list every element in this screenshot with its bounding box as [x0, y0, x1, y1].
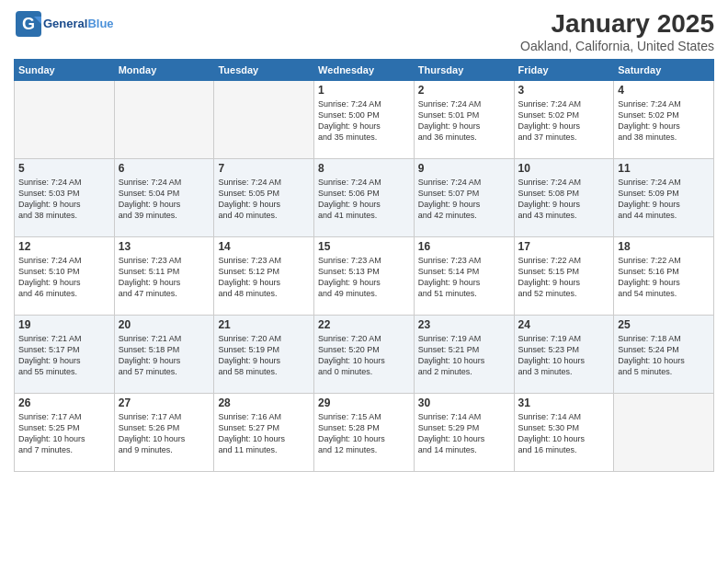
header-tuesday: Tuesday [214, 60, 314, 81]
logo-text: GeneralBlue [43, 17, 114, 31]
day-info: Sunrise: 7:16 AM Sunset: 5:27 PM Dayligh… [218, 411, 310, 456]
day-info: Sunrise: 7:24 AM Sunset: 5:02 PM Dayligh… [618, 98, 710, 144]
day-info: Sunrise: 7:18 AM Sunset: 5:24 PM Dayligh… [618, 333, 710, 378]
week-row-3: 12Sunrise: 7:24 AM Sunset: 5:10 PM Dayli… [15, 237, 714, 316]
calendar-cell: 7Sunrise: 7:24 AM Sunset: 5:05 PM Daylig… [214, 159, 314, 237]
calendar-cell: 10Sunrise: 7:24 AM Sunset: 5:08 PM Dayli… [514, 159, 614, 237]
day-info: Sunrise: 7:23 AM Sunset: 5:12 PM Dayligh… [218, 255, 310, 300]
day-info: Sunrise: 7:23 AM Sunset: 5:14 PM Dayligh… [418, 255, 510, 300]
day-info: Sunrise: 7:24 AM Sunset: 5:09 PM Dayligh… [618, 177, 710, 222]
calendar-cell: 5Sunrise: 7:24 AM Sunset: 5:03 PM Daylig… [15, 159, 115, 237]
calendar-cell: 13Sunrise: 7:23 AM Sunset: 5:11 PM Dayli… [114, 237, 214, 316]
page-container: G GeneralBlue January 2025 Oakland, Cali… [0, 0, 728, 563]
day-number: 29 [318, 396, 410, 409]
calendar-title: January 2025 [520, 9, 714, 39]
day-number: 20 [119, 318, 210, 331]
calendar-cell: 9Sunrise: 7:24 AM Sunset: 5:07 PM Daylig… [414, 159, 514, 237]
calendar-cell: 28Sunrise: 7:16 AM Sunset: 5:27 PM Dayli… [214, 394, 314, 472]
day-info: Sunrise: 7:24 AM Sunset: 5:05 PM Dayligh… [218, 177, 310, 222]
day-info: Sunrise: 7:24 AM Sunset: 5:02 PM Dayligh… [518, 98, 610, 144]
day-info: Sunrise: 7:22 AM Sunset: 5:15 PM Dayligh… [518, 255, 610, 300]
calendar-cell: 2Sunrise: 7:24 AM Sunset: 5:01 PM Daylig… [414, 81, 514, 159]
calendar-cell: 30Sunrise: 7:14 AM Sunset: 5:29 PM Dayli… [414, 394, 514, 472]
day-number: 16 [418, 240, 510, 253]
day-number: 2 [418, 84, 510, 97]
logo-icon: G [14, 9, 43, 39]
calendar-cell: 20Sunrise: 7:21 AM Sunset: 5:18 PM Dayli… [114, 316, 214, 394]
calendar-cell: 27Sunrise: 7:17 AM Sunset: 5:26 PM Dayli… [114, 394, 214, 472]
calendar-cell: 6Sunrise: 7:24 AM Sunset: 5:04 PM Daylig… [114, 159, 214, 237]
calendar-cell: 17Sunrise: 7:22 AM Sunset: 5:15 PM Dayli… [514, 237, 614, 316]
day-info: Sunrise: 7:14 AM Sunset: 5:29 PM Dayligh… [418, 411, 510, 456]
day-number: 7 [218, 162, 310, 175]
header-wednesday: Wednesday [314, 60, 415, 81]
calendar-cell: 19Sunrise: 7:21 AM Sunset: 5:17 PM Dayli… [15, 316, 115, 394]
day-info: Sunrise: 7:24 AM Sunset: 5:06 PM Dayligh… [318, 177, 410, 222]
day-info: Sunrise: 7:24 AM Sunset: 5:03 PM Dayligh… [18, 177, 110, 222]
day-number: 28 [218, 396, 310, 409]
day-number: 24 [518, 318, 610, 331]
day-number: 9 [418, 162, 510, 175]
day-number: 4 [618, 84, 710, 97]
day-number: 15 [318, 240, 410, 253]
day-number: 17 [518, 240, 610, 253]
day-number: 27 [119, 396, 210, 409]
day-info: Sunrise: 7:14 AM Sunset: 5:30 PM Dayligh… [518, 411, 610, 456]
day-number: 25 [618, 318, 710, 331]
day-info: Sunrise: 7:24 AM Sunset: 5:01 PM Dayligh… [418, 98, 510, 144]
calendar-cell: 26Sunrise: 7:17 AM Sunset: 5:25 PM Dayli… [15, 394, 115, 472]
day-info: Sunrise: 7:24 AM Sunset: 5:07 PM Dayligh… [418, 177, 510, 222]
day-number: 13 [119, 240, 210, 253]
week-row-4: 19Sunrise: 7:21 AM Sunset: 5:17 PM Dayli… [15, 316, 714, 394]
day-info: Sunrise: 7:19 AM Sunset: 5:23 PM Dayligh… [518, 333, 610, 378]
day-info: Sunrise: 7:15 AM Sunset: 5:28 PM Dayligh… [318, 411, 410, 456]
calendar-cell: 14Sunrise: 7:23 AM Sunset: 5:12 PM Dayli… [214, 237, 314, 316]
calendar-cell: 18Sunrise: 7:22 AM Sunset: 5:16 PM Dayli… [614, 237, 714, 316]
calendar-cell: 21Sunrise: 7:20 AM Sunset: 5:19 PM Dayli… [214, 316, 314, 394]
calendar-cell: 16Sunrise: 7:23 AM Sunset: 5:14 PM Dayli… [414, 237, 514, 316]
day-info: Sunrise: 7:21 AM Sunset: 5:18 PM Dayligh… [119, 333, 210, 378]
calendar-cell: 4Sunrise: 7:24 AM Sunset: 5:02 PM Daylig… [614, 81, 714, 159]
day-number: 31 [518, 396, 610, 409]
day-info: Sunrise: 7:20 AM Sunset: 5:19 PM Dayligh… [218, 333, 310, 378]
day-info: Sunrise: 7:19 AM Sunset: 5:21 PM Dayligh… [418, 333, 510, 378]
week-row-2: 5Sunrise: 7:24 AM Sunset: 5:03 PM Daylig… [15, 159, 714, 237]
header-friday: Friday [514, 60, 614, 81]
calendar-cell: 31Sunrise: 7:14 AM Sunset: 5:30 PM Dayli… [514, 394, 614, 472]
day-number: 18 [618, 240, 710, 253]
week-row-1: 1Sunrise: 7:24 AM Sunset: 5:00 PM Daylig… [15, 81, 714, 159]
day-number: 6 [119, 162, 210, 175]
calendar-cell: 23Sunrise: 7:19 AM Sunset: 5:21 PM Dayli… [414, 316, 514, 394]
day-info: Sunrise: 7:20 AM Sunset: 5:20 PM Dayligh… [318, 333, 410, 378]
header-monday: Monday [114, 60, 214, 81]
week-row-5: 26Sunrise: 7:17 AM Sunset: 5:25 PM Dayli… [15, 394, 714, 472]
day-number: 10 [518, 162, 610, 175]
day-info: Sunrise: 7:24 AM Sunset: 5:10 PM Dayligh… [18, 255, 110, 300]
calendar-cell [15, 81, 115, 159]
calendar-subtitle: Oakland, California, United States [520, 39, 714, 53]
day-info: Sunrise: 7:24 AM Sunset: 5:04 PM Dayligh… [119, 177, 210, 222]
title-section: January 2025 Oakland, California, United… [520, 9, 714, 53]
day-number: 30 [418, 396, 510, 409]
day-info: Sunrise: 7:24 AM Sunset: 5:00 PM Dayligh… [318, 98, 410, 144]
calendar-cell: 3Sunrise: 7:24 AM Sunset: 5:02 PM Daylig… [514, 81, 614, 159]
calendar-cell: 22Sunrise: 7:20 AM Sunset: 5:20 PM Dayli… [314, 316, 415, 394]
header-thursday: Thursday [414, 60, 514, 81]
day-number: 8 [318, 162, 410, 175]
calendar-cell: 12Sunrise: 7:24 AM Sunset: 5:10 PM Dayli… [15, 237, 115, 316]
day-number: 12 [18, 240, 110, 253]
calendar-cell: 25Sunrise: 7:18 AM Sunset: 5:24 PM Dayli… [614, 316, 714, 394]
calendar-cell [114, 81, 214, 159]
calendar-cell: 8Sunrise: 7:24 AM Sunset: 5:06 PM Daylig… [314, 159, 415, 237]
day-info: Sunrise: 7:21 AM Sunset: 5:17 PM Dayligh… [18, 333, 110, 378]
calendar-table: Sunday Monday Tuesday Wednesday Thursday… [14, 59, 714, 472]
day-number: 26 [18, 396, 110, 409]
day-number: 19 [18, 318, 110, 331]
weekday-header-row: Sunday Monday Tuesday Wednesday Thursday… [15, 60, 714, 81]
calendar-cell [214, 81, 314, 159]
day-info: Sunrise: 7:22 AM Sunset: 5:16 PM Dayligh… [618, 255, 710, 300]
calendar-cell: 11Sunrise: 7:24 AM Sunset: 5:09 PM Dayli… [614, 159, 714, 237]
calendar-cell [614, 394, 714, 472]
calendar-cell: 29Sunrise: 7:15 AM Sunset: 5:28 PM Dayli… [314, 394, 415, 472]
header-sunday: Sunday [15, 60, 115, 81]
